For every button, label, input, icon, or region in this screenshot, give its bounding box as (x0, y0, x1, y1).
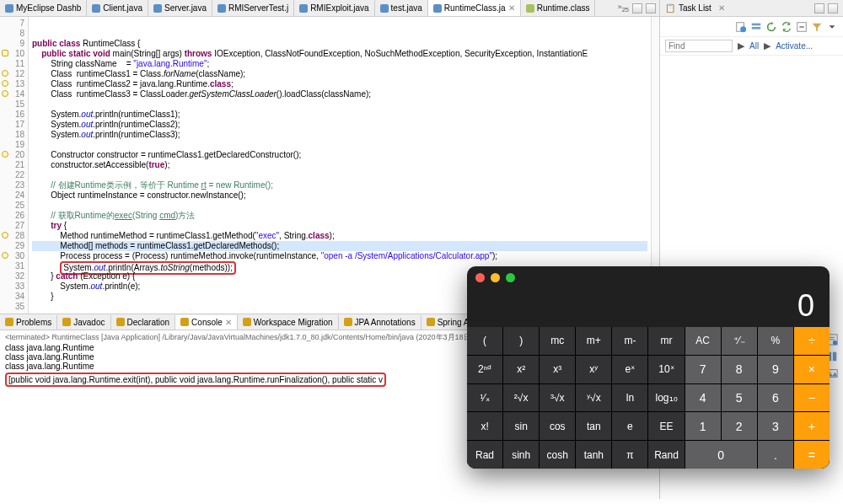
calc-key-×[interactable]: × (794, 356, 830, 383)
calculator-window[interactable]: 0 ()mcm+m-mrAC⁺∕₋%÷2ⁿᵈx²x³xʸeˣ10ˣ789×¹∕ₓ… (467, 266, 830, 469)
editor-tab[interactable]: test.java (375, 0, 428, 16)
tab-label: Workspace Migration (254, 318, 333, 327)
task-find-bar: ▶ All ▶ Activate... (660, 37, 843, 56)
calc-key-³√x[interactable]: ³√x (540, 384, 575, 412)
bottom-tab[interactable]: Workspace Migration (238, 315, 339, 330)
calc-key-7[interactable]: 7 (685, 356, 721, 383)
calc-key-+[interactable]: + (794, 412, 830, 440)
new-task-icon[interactable] (735, 21, 747, 33)
calculator-titlebar[interactable] (467, 266, 830, 288)
editor-tab[interactable]: RuntimeClass.ja✕ (428, 0, 521, 16)
calc-key-1[interactable]: 1 (685, 412, 721, 440)
calc-key-2ⁿᵈ[interactable]: 2ⁿᵈ (467, 356, 502, 383)
editor-tab[interactable]: RMIExploit.java (294, 0, 374, 16)
calc-key-mr[interactable]: mr (648, 327, 684, 355)
task-list-icon: 📋 (665, 3, 675, 13)
close-window-icon[interactable] (475, 273, 485, 282)
calc-key-sin[interactable]: sin (503, 412, 539, 440)
calc-key-ln[interactable]: ln (612, 384, 647, 412)
calc-key-⁺∕₋[interactable]: ⁺∕₋ (722, 327, 757, 355)
maximize-icon[interactable] (646, 3, 656, 13)
calc-key-9[interactable]: 9 (758, 356, 793, 383)
calc-key-5[interactable]: 5 (722, 384, 757, 412)
calc-key-x²[interactable]: x² (503, 356, 539, 383)
calc-key-2[interactable]: 2 (722, 412, 757, 440)
calc-key-e[interactable]: e (612, 412, 647, 440)
minimize-icon[interactable] (632, 3, 642, 13)
calc-key-4[interactable]: 4 (685, 384, 721, 412)
calc-key-6[interactable]: 6 (758, 384, 793, 412)
editor-tabs: MyEclipse DashbClient.javaServer.javaRMI… (0, 0, 659, 17)
calc-key-10ˣ[interactable]: 10ˣ (648, 356, 684, 383)
file-icon (217, 4, 226, 13)
menu-dropdown-icon[interactable] (826, 21, 838, 33)
bottom-tab[interactable]: Javadoc (57, 315, 110, 330)
calc-key-.[interactable]: . (758, 441, 793, 469)
calc-key-=[interactable]: = (794, 441, 830, 469)
view-icon (180, 318, 189, 326)
editor-tab[interactable]: Server.java (148, 0, 212, 16)
calc-key-eˣ[interactable]: eˣ (612, 356, 647, 383)
calc-key-3[interactable]: 3 (758, 412, 793, 440)
svg-rect-11 (833, 352, 836, 362)
tab-label: Javadoc (73, 318, 105, 327)
sync-icon[interactable] (781, 21, 792, 33)
minimize-icon[interactable] (814, 3, 824, 13)
calc-key-%[interactable]: % (758, 327, 793, 355)
zoom-window-icon[interactable] (506, 273, 515, 282)
editor-tab[interactable]: RMIServerTest.j (212, 0, 294, 16)
file-icon (5, 4, 13, 13)
calc-key-([interactable]: ( (467, 327, 502, 355)
close-icon[interactable]: ✕ (718, 3, 725, 13)
calc-key-Rand[interactable]: Rand (648, 441, 684, 469)
minimize-window-icon[interactable] (491, 273, 500, 282)
file-icon (380, 4, 389, 13)
calc-key-²√x[interactable]: ²√x (503, 384, 539, 412)
calc-key-π[interactable]: π (612, 441, 647, 469)
calc-key-ʸ√x[interactable]: ʸ√x (576, 384, 611, 412)
category-icon[interactable] (750, 21, 762, 33)
calc-key-log₁₀[interactable]: log₁₀ (648, 384, 684, 412)
calc-key-cosh[interactable]: cosh (540, 441, 575, 469)
calc-key-¹∕ₓ[interactable]: ¹∕ₓ (467, 384, 502, 412)
svg-point-9 (833, 340, 837, 345)
bottom-tab[interactable]: JPA Annotations (339, 315, 422, 330)
tab-label: Declaration (127, 318, 170, 327)
calc-key-xʸ[interactable]: xʸ (576, 356, 611, 383)
editor-tab[interactable]: Client.java (87, 0, 148, 16)
calc-key-x![interactable]: x! (467, 412, 502, 440)
bottom-tab[interactable]: Problems (0, 315, 57, 330)
calc-key-EE[interactable]: EE (648, 412, 684, 440)
bottom-tab[interactable]: Declaration (111, 315, 176, 330)
calc-key-0[interactable]: 0 (685, 441, 757, 469)
all-link[interactable]: All (749, 41, 759, 51)
activate-link[interactable]: Activate... (776, 41, 813, 51)
calc-key-8[interactable]: 8 (722, 356, 757, 383)
calc-key-tanh[interactable]: tanh (576, 441, 611, 469)
view-icon (5, 318, 13, 326)
calc-key-m+[interactable]: m+ (576, 327, 611, 355)
find-input[interactable] (665, 40, 733, 52)
calc-key-tan[interactable]: tan (576, 412, 611, 440)
calc-key-)[interactable]: ) (503, 327, 539, 355)
collapse-icon[interactable] (796, 21, 808, 33)
calc-key-AC[interactable]: AC (685, 327, 721, 355)
editor-tab[interactable]: MyEclipse Dashb (0, 0, 87, 16)
filter-icon[interactable] (811, 21, 823, 33)
calc-key-x³[interactable]: x³ (540, 356, 575, 383)
calc-key-−[interactable]: − (794, 384, 830, 412)
maximize-icon[interactable] (828, 3, 838, 13)
tab-overflow-count[interactable]: »25 (618, 3, 629, 13)
bottom-tab[interactable]: Console✕ (175, 315, 238, 330)
refresh-icon[interactable] (765, 21, 777, 33)
calc-key-mc[interactable]: mc (540, 327, 575, 355)
calc-key-sinh[interactable]: sinh (503, 441, 539, 469)
close-icon[interactable]: ✕ (508, 3, 515, 13)
calc-key-÷[interactable]: ÷ (794, 327, 830, 355)
close-icon[interactable]: ✕ (225, 318, 232, 327)
editor-tab[interactable]: Runtime.class (521, 0, 596, 16)
calc-key-cos[interactable]: cos (540, 412, 575, 440)
calc-key-m-[interactable]: m- (612, 327, 647, 355)
calc-key-Rad[interactable]: Rad (467, 441, 502, 469)
tab-label: test.java (391, 3, 422, 13)
